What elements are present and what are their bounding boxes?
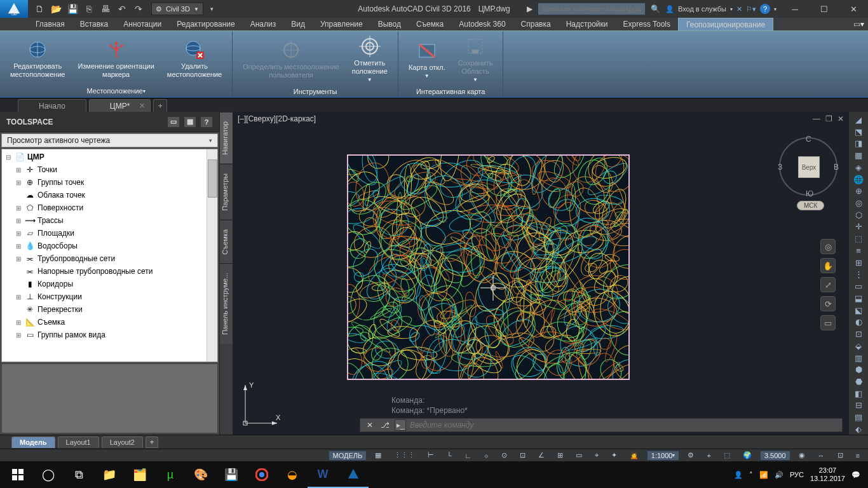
customize-icon[interactable]: ≡ (851, 451, 864, 461)
viewport-close-icon[interactable]: ✕ (837, 114, 844, 123)
side-tool-8[interactable]: ⬡ (851, 210, 866, 220)
viewcube-cs[interactable]: МСК (797, 201, 824, 210)
tab-express-tools[interactable]: Express Tools (616, 18, 678, 30)
layout-tab[interactable]: Модель (11, 437, 55, 448)
stayconnected-icon[interactable]: ⚐▾ (746, 5, 756, 13)
ts-help-icon[interactable]: ? (200, 116, 213, 128)
tree-expand-icon[interactable]: ⊞ (15, 166, 22, 173)
redo-icon[interactable]: ↷ (131, 2, 146, 16)
osnap-icon[interactable]: ⊙ (497, 451, 512, 461)
tree-node[interactable]: ⊞⊕Группы точек (4, 176, 215, 189)
command-line[interactable]: ✕ ⎇ ▸_ (360, 418, 843, 432)
showmotion-icon[interactable]: ▭ (820, 315, 836, 330)
transparency-icon[interactable]: ▭ (571, 451, 587, 461)
side-tool-1[interactable]: ⬔ (851, 126, 866, 137)
tab-вставка[interactable]: Вставка (72, 18, 116, 30)
autocad-task-icon[interactable] (338, 461, 369, 488)
vtab-2[interactable]: Съемка (220, 220, 233, 264)
prospector-tree[interactable]: ⊟📄ЦМР⊞✛Точки⊞⊕Группы точек ☁Облака точек… (1, 149, 218, 362)
dynucs-icon[interactable]: ✦ (607, 451, 621, 461)
ortho-icon[interactable]: └ (442, 451, 456, 461)
side-tool-25[interactable]: ▤ (851, 412, 866, 423)
side-tool-16[interactable]: ⬕ (851, 305, 866, 316)
marker-rotate-button[interactable]: Изменение ориентации маркера (74, 37, 158, 80)
side-tool-3[interactable]: ▦ (851, 150, 866, 161)
tree-scrollbar[interactable] (207, 149, 217, 362)
workspace-icon[interactable]: ⬚ (719, 451, 735, 461)
tab-вывод[interactable]: Вывод (370, 18, 409, 30)
chrome-icon[interactable] (247, 461, 277, 488)
new-icon[interactable]: 🗋 (32, 2, 47, 16)
tree-expand-icon[interactable]: ⊞ (15, 294, 22, 301)
app-menu-icon[interactable]: C3D (0, 0, 28, 18)
viewport-label[interactable]: [–][Сверху][2D-каркас] (238, 114, 316, 123)
status-plus-icon[interactable]: + (702, 451, 715, 461)
save-app-icon[interactable]: 💾 (216, 461, 247, 488)
tray-lang[interactable]: РУС (790, 471, 804, 478)
status-scale[interactable]: 1:1000 ▾ (647, 451, 680, 461)
side-tool-15[interactable]: ⬓ (851, 293, 866, 304)
navwheel-icon[interactable]: ◎ (820, 239, 836, 254)
tree-expand-icon[interactable]: ⊞ (15, 179, 22, 186)
iso-icon[interactable]: ⟐ (480, 451, 493, 461)
side-tool-9[interactable]: ✛ (851, 222, 866, 233)
explorer-icon[interactable]: 📁 (94, 461, 125, 488)
tray-notifications-icon[interactable]: 💬 (851, 471, 860, 479)
cmdline-close-icon[interactable]: ✕ (364, 419, 376, 431)
tab-управление[interactable]: Управление (313, 18, 370, 30)
tab-геопозиционирование[interactable]: Геопозиционирование (678, 18, 773, 30)
tray-volume-icon[interactable]: 🔊 (775, 471, 783, 479)
cortana-icon[interactable]: ◯ (33, 461, 64, 488)
tab-редактирование[interactable]: Редактирование (169, 18, 242, 30)
add-layout-button[interactable]: + (146, 437, 158, 448)
snap-icon[interactable]: ⋮⋮⋮ (390, 451, 419, 461)
layout-tab[interactable]: Layout2 (102, 437, 143, 448)
side-tool-2[interactable]: ◨ (851, 138, 866, 149)
vtab-1[interactable]: Параметры (220, 164, 233, 220)
qat-more-icon[interactable]: ▾ (205, 2, 220, 16)
tab-надстройки[interactable]: Надстройки (559, 18, 616, 30)
tab-вид[interactable]: Вид (283, 18, 313, 30)
side-tool-5[interactable]: 🌐 (851, 174, 866, 185)
polar-icon[interactable]: ∟ (460, 451, 476, 461)
tree-expand-icon[interactable]: ⊞ (15, 255, 22, 262)
plot-icon[interactable]: 🖶 (98, 2, 113, 16)
viewport-minimize-icon[interactable]: — (813, 114, 820, 123)
tree-node[interactable]: ⊞💧Водосборы (4, 240, 215, 252)
new-tab-button[interactable]: + (153, 99, 167, 112)
ts-btn-2[interactable]: ▦ (184, 116, 196, 128)
tree-expand-icon[interactable]: ⊟ (4, 154, 12, 161)
viewcube-east[interactable]: В (834, 163, 839, 172)
signin-label[interactable]: Вход в службы (678, 5, 726, 13)
side-tool-14[interactable]: ▭ (851, 281, 866, 292)
orbit-icon[interactable]: ⟳ (820, 296, 836, 311)
tree-node[interactable]: ⊟📄ЦМР (4, 151, 215, 163)
side-tool-13[interactable]: ⋮ (851, 269, 866, 280)
side-tool-20[interactable]: ▥ (851, 353, 866, 363)
word-icon[interactable]: W (308, 461, 338, 488)
infer-icon[interactable]: ⊢ (423, 451, 438, 461)
3dosnap-icon[interactable]: ⊡ (515, 451, 530, 461)
save-icon[interactable]: 💾 (65, 2, 80, 16)
paint-icon[interactable]: 🎨 (186, 461, 216, 488)
search-input[interactable] (538, 3, 646, 15)
tab-анализ[interactable]: Анализ (243, 18, 284, 30)
viewcube-west[interactable]: З (778, 163, 782, 172)
undo-icon[interactable]: ↶ (114, 2, 130, 16)
saveas-icon[interactable]: ⎘ (81, 2, 97, 16)
cleanscreen-icon[interactable]: ⊡ (833, 451, 848, 461)
side-tool-21[interactable]: ⬢ (851, 364, 866, 375)
minimize-button[interactable]: ─ (780, 0, 810, 18)
lineweight-icon[interactable]: ⊞ (553, 451, 567, 461)
target-button[interactable]: Отметить положение▼ (348, 34, 391, 84)
side-tool-4[interactable]: ◈ (851, 162, 866, 173)
side-tool-24[interactable]: ⊟ (851, 400, 866, 411)
tree-node[interactable]: ✳Перекрестки (4, 303, 215, 316)
explorer2-icon[interactable]: 🗂️ (125, 461, 155, 488)
side-tool-0[interactable]: ◢ (851, 114, 866, 125)
side-tool-26[interactable]: ⬖ (851, 424, 866, 435)
side-tool-22[interactable]: ⬣ (851, 376, 866, 387)
tree-node[interactable]: ⫘Напорные трубопроводные сети (4, 265, 215, 278)
file-tab[interactable]: Начало (18, 99, 86, 112)
workspace-combo[interactable]: ⚙ Civil 3D ▼ (151, 3, 203, 15)
